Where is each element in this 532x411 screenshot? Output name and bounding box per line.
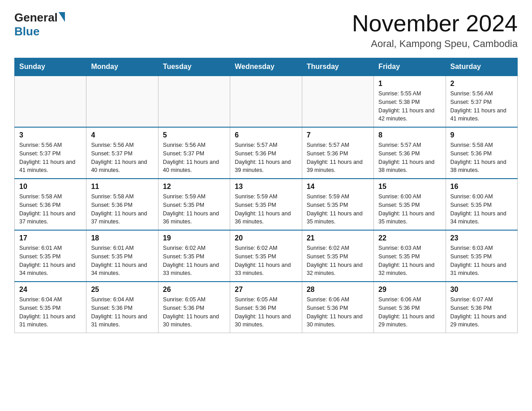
calendar-header-tuesday: Tuesday (158, 58, 230, 76)
day-info: Sunrise: 6:04 AMSunset: 5:36 PMDaylight:… (91, 295, 153, 329)
calendar-week-row: 17Sunrise: 6:01 AMSunset: 5:35 PMDayligh… (15, 230, 518, 282)
title-area: November 2024 Aoral, Kampong Speu, Cambo… (352, 11, 518, 50)
day-info: Sunrise: 5:56 AMSunset: 5:37 PMDaylight:… (91, 141, 153, 175)
calendar-cell: 17Sunrise: 6:01 AMSunset: 5:35 PMDayligh… (15, 230, 86, 282)
calendar-cell: 24Sunrise: 6:04 AMSunset: 5:35 PMDayligh… (15, 282, 86, 333)
calendar-cell: 22Sunrise: 6:03 AMSunset: 5:35 PMDayligh… (374, 230, 446, 282)
day-number: 17 (19, 234, 82, 242)
day-info: Sunrise: 5:57 AMSunset: 5:36 PMDaylight:… (235, 141, 297, 175)
calendar-cell: 23Sunrise: 6:03 AMSunset: 5:35 PMDayligh… (446, 230, 517, 282)
day-number: 1 (378, 80, 441, 88)
calendar-cell: 26Sunrise: 6:05 AMSunset: 5:36 PMDayligh… (158, 282, 230, 333)
day-number: 26 (163, 286, 225, 294)
day-number: 13 (235, 183, 297, 191)
calendar-cell (230, 76, 302, 127)
calendar-cell: 4Sunrise: 5:56 AMSunset: 5:37 PMDaylight… (86, 127, 158, 179)
calendar-cell: 6Sunrise: 5:57 AMSunset: 5:36 PMDaylight… (230, 127, 302, 179)
day-info: Sunrise: 5:58 AMSunset: 5:36 PMDaylight:… (91, 193, 153, 226)
calendar-cell: 14Sunrise: 5:59 AMSunset: 5:35 PMDayligh… (302, 179, 373, 230)
day-number: 27 (235, 286, 297, 294)
day-number: 28 (307, 286, 369, 294)
day-info: Sunrise: 6:02 AMSunset: 5:35 PMDaylight:… (307, 244, 369, 278)
day-number: 29 (378, 286, 441, 294)
calendar-cell: 10Sunrise: 5:58 AMSunset: 5:36 PMDayligh… (15, 179, 86, 230)
location-subtitle: Aoral, Kampong Speu, Cambodia (352, 38, 518, 50)
day-info: Sunrise: 6:02 AMSunset: 5:35 PMDaylight:… (163, 244, 225, 278)
logo-general: General (14, 11, 58, 25)
day-info: Sunrise: 6:06 AMSunset: 5:36 PMDaylight:… (307, 295, 369, 329)
day-number: 10 (19, 183, 82, 191)
day-info: Sunrise: 5:58 AMSunset: 5:36 PMDaylight:… (450, 141, 513, 175)
day-number: 23 (450, 234, 513, 242)
day-info: Sunrise: 6:00 AMSunset: 5:35 PMDaylight:… (378, 193, 441, 226)
logo-arrow-icon (59, 12, 65, 22)
day-info: Sunrise: 5:59 AMSunset: 5:35 PMDaylight:… (163, 193, 225, 226)
day-info: Sunrise: 5:58 AMSunset: 5:36 PMDaylight:… (19, 193, 82, 226)
calendar-cell: 29Sunrise: 6:06 AMSunset: 5:36 PMDayligh… (374, 282, 446, 333)
day-info: Sunrise: 6:02 AMSunset: 5:35 PMDaylight:… (235, 244, 297, 278)
day-info: Sunrise: 5:59 AMSunset: 5:35 PMDaylight:… (235, 193, 297, 226)
calendar-cell: 9Sunrise: 5:58 AMSunset: 5:36 PMDaylight… (446, 127, 517, 179)
day-info: Sunrise: 6:03 AMSunset: 5:35 PMDaylight:… (378, 244, 441, 278)
calendar-header-wednesday: Wednesday (230, 58, 302, 76)
calendar-week-row: 24Sunrise: 6:04 AMSunset: 5:35 PMDayligh… (15, 282, 518, 333)
calendar-cell: 25Sunrise: 6:04 AMSunset: 5:36 PMDayligh… (86, 282, 158, 333)
day-info: Sunrise: 6:05 AMSunset: 5:36 PMDaylight:… (163, 295, 225, 329)
calendar-table: SundayMondayTuesdayWednesdayThursdayFrid… (14, 58, 518, 333)
calendar-week-row: 1Sunrise: 5:55 AMSunset: 5:38 PMDaylight… (15, 76, 518, 127)
day-info: Sunrise: 6:01 AMSunset: 5:35 PMDaylight:… (91, 244, 153, 278)
calendar-cell (302, 76, 373, 127)
calendar-cell: 18Sunrise: 6:01 AMSunset: 5:35 PMDayligh… (86, 230, 158, 282)
day-info: Sunrise: 6:04 AMSunset: 5:35 PMDaylight:… (19, 295, 82, 329)
day-number: 5 (163, 131, 225, 139)
day-info: Sunrise: 6:03 AMSunset: 5:35 PMDaylight:… (450, 244, 513, 278)
calendar-cell: 21Sunrise: 6:02 AMSunset: 5:35 PMDayligh… (302, 230, 373, 282)
calendar-cell: 16Sunrise: 6:00 AMSunset: 5:35 PMDayligh… (446, 179, 517, 230)
calendar-cell: 19Sunrise: 6:02 AMSunset: 5:35 PMDayligh… (158, 230, 230, 282)
calendar-cell: 20Sunrise: 6:02 AMSunset: 5:35 PMDayligh… (230, 230, 302, 282)
day-number: 6 (235, 131, 297, 139)
month-year-title: November 2024 (352, 11, 518, 36)
day-info: Sunrise: 6:00 AMSunset: 5:35 PMDaylight:… (450, 193, 513, 226)
calendar-cell: 27Sunrise: 6:05 AMSunset: 5:36 PMDayligh… (230, 282, 302, 333)
calendar-cell: 30Sunrise: 6:07 AMSunset: 5:36 PMDayligh… (446, 282, 517, 333)
day-info: Sunrise: 6:07 AMSunset: 5:36 PMDaylight:… (450, 295, 513, 329)
calendar-cell (15, 76, 86, 127)
day-number: 20 (235, 234, 297, 242)
day-number: 22 (378, 234, 441, 242)
day-number: 2 (450, 80, 513, 88)
day-number: 11 (91, 183, 153, 191)
day-number: 4 (91, 131, 153, 139)
calendar-cell: 3Sunrise: 5:56 AMSunset: 5:37 PMDaylight… (15, 127, 86, 179)
day-info: Sunrise: 5:56 AMSunset: 5:37 PMDaylight:… (450, 90, 513, 123)
day-info: Sunrise: 6:05 AMSunset: 5:36 PMDaylight:… (235, 295, 297, 329)
day-number: 14 (307, 183, 369, 191)
calendar-header-row: SundayMondayTuesdayWednesdayThursdayFrid… (15, 58, 518, 76)
day-number: 16 (450, 183, 513, 191)
day-number: 18 (91, 234, 153, 242)
day-number: 9 (450, 131, 513, 139)
day-info: Sunrise: 5:56 AMSunset: 5:37 PMDaylight:… (19, 141, 82, 175)
logo-blue: Blue (14, 25, 39, 39)
day-number: 24 (19, 286, 82, 294)
day-number: 3 (19, 131, 82, 139)
calendar-week-row: 10Sunrise: 5:58 AMSunset: 5:36 PMDayligh… (15, 179, 518, 230)
day-info: Sunrise: 6:06 AMSunset: 5:36 PMDaylight:… (378, 295, 441, 329)
day-number: 7 (307, 131, 369, 139)
calendar-cell: 2Sunrise: 5:56 AMSunset: 5:37 PMDaylight… (446, 76, 517, 127)
calendar-header-friday: Friday (374, 58, 446, 76)
calendar-cell: 8Sunrise: 5:57 AMSunset: 5:36 PMDaylight… (374, 127, 446, 179)
calendar-cell: 1Sunrise: 5:55 AMSunset: 5:38 PMDaylight… (374, 76, 446, 127)
day-info: Sunrise: 5:56 AMSunset: 5:37 PMDaylight:… (163, 141, 225, 175)
day-info: Sunrise: 5:57 AMSunset: 5:36 PMDaylight:… (378, 141, 441, 175)
calendar-cell: 7Sunrise: 5:57 AMSunset: 5:36 PMDaylight… (302, 127, 373, 179)
calendar-header-thursday: Thursday (302, 58, 373, 76)
calendar-cell: 12Sunrise: 5:59 AMSunset: 5:35 PMDayligh… (158, 179, 230, 230)
calendar-header-sunday: Sunday (15, 58, 86, 76)
day-info: Sunrise: 6:01 AMSunset: 5:35 PMDaylight:… (19, 244, 82, 278)
day-info: Sunrise: 5:55 AMSunset: 5:38 PMDaylight:… (378, 90, 441, 123)
calendar-cell: 13Sunrise: 5:59 AMSunset: 5:35 PMDayligh… (230, 179, 302, 230)
day-info: Sunrise: 5:59 AMSunset: 5:35 PMDaylight:… (307, 193, 369, 226)
calendar-header-saturday: Saturday (446, 58, 517, 76)
calendar-header-monday: Monday (86, 58, 158, 76)
